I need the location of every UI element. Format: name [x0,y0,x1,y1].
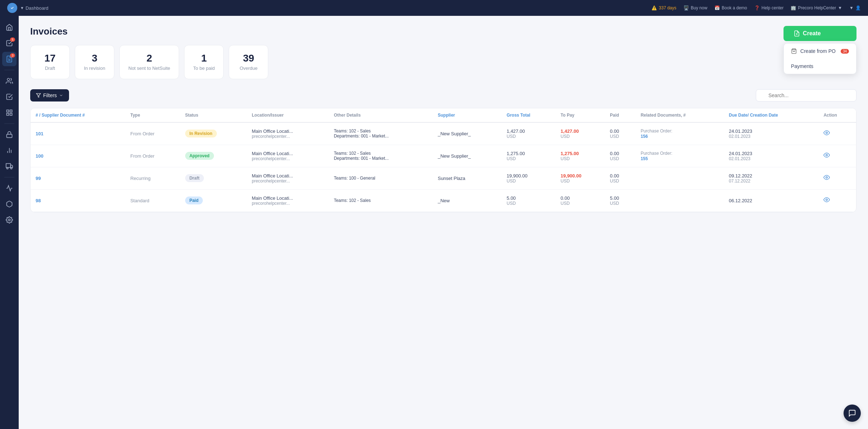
topay-amount-0: 1,427.00 [561,128,600,134]
cell-dates-3: 06.12.2022 [724,189,818,212]
breadcrumb-parent[interactable]: Dashboard [26,5,49,11]
invoice-link-2[interactable]: 99 [36,176,41,181]
paid-amount-0: 0.00 [610,128,630,134]
cell-status-3: Paid [180,189,247,212]
invoice-link-0[interactable]: 101 [36,131,44,136]
create-from-po-item[interactable]: Create from PO 34 [784,44,856,59]
book-demo-link[interactable]: 📅 Book a demo [714,5,747,10]
svg-rect-5 [10,110,12,112]
buy-now-label: Buy now [691,5,707,10]
invoice-link-3[interactable]: 98 [36,198,41,203]
search-wrapper: 🔍 [756,89,856,101]
sidebar-item-reports[interactable] [2,143,17,158]
col-paid-label: Paid [610,113,619,118]
alert-days-text: 337 days [659,5,676,10]
cell-dates-0: 24.01.2023 02.01.2023 [724,122,818,145]
sidebar-divider [4,70,14,70]
svg-point-15 [10,167,12,169]
col-duedate-label: Due Date/ Creation Date [729,113,778,118]
paid-currency-2: USD [610,179,630,184]
cell-topay-2: 19,900.00 USD [556,167,605,189]
sidebar-item-receiving[interactable] [2,159,17,173]
chat-icon [848,409,856,417]
help-icon: ❓ [754,5,760,10]
col-type-label: Type [130,113,140,118]
chevron-icon: ▼ [20,6,24,10]
svg-rect-6 [10,113,12,116]
buy-now-link[interactable]: 🖥️ Buy now [684,5,707,10]
cell-supplier-1: _New Supplier_ [433,145,502,167]
stat-card-netsuite[interactable]: 2 Not sent to NetSuite [119,45,179,79]
view-button-1[interactable] [823,153,830,159]
sidebar-item-orders[interactable]: 5 [2,36,17,50]
stat-card-overdue[interactable]: 39 Overdue [229,45,268,79]
cell-id-1: 100 [31,145,125,167]
alert-days[interactable]: ⚠️ 337 days [652,5,676,10]
help-center-label: Help center [762,5,784,10]
stat-number-netsuite: 2 [128,53,170,64]
sidebar-item-lock[interactable] [2,127,17,142]
sidebar: 5 3 [0,16,19,429]
related-doc-link-0[interactable]: 156 [641,134,648,139]
cell-other-2: Teams: 100 - General [329,167,433,189]
gross-currency-1: USD [507,156,551,161]
search-input[interactable] [756,89,856,101]
stat-label-tobepaid: To be paid [193,66,215,72]
company-icon: 🏢 [791,5,796,10]
create-button[interactable]: Create [784,26,856,41]
stat-card-tobepaid[interactable]: 1 To be paid [184,45,224,79]
location-issuer-2: precorohelpcenter... [252,179,324,184]
related-doc-link-1[interactable]: 155 [641,156,648,161]
col-topay-label: To Pay [561,113,574,118]
filters-button[interactable]: Filters [30,89,69,101]
status-badge-2: Draft [185,174,204,182]
breadcrumb[interactable]: ▼ Dashboard [20,5,49,11]
related-doc-label-0: Purchase Order: [641,128,719,134]
stat-card-draft[interactable]: 17 Draft [30,45,70,79]
due-date-2: 09.12.2022 [729,173,813,179]
sidebar-item-analytics[interactable] [2,181,17,195]
user-menu[interactable]: 🏢 Precoro HelpCenter ▼ [791,5,842,10]
sidebar-item-warehouse[interactable] [2,197,17,211]
help-center-link[interactable]: ❓ Help center [754,5,784,10]
svg-point-21 [826,132,828,134]
sidebar-item-settings[interactable] [2,213,17,227]
svg-rect-8 [7,134,12,137]
view-button-3[interactable] [823,198,830,204]
paid-currency-0: USD [610,134,630,139]
stat-card-revision[interactable]: 3 In revision [75,45,114,79]
col-header-id: # / Supplier Document # [31,108,125,122]
view-button-2[interactable] [823,176,830,182]
svg-marker-13 [10,165,13,168]
creation-date-2: 07.12.2022 [729,179,813,184]
topay-amount-1: 1,275.00 [561,151,600,156]
view-button-0[interactable] [823,131,830,137]
stat-number-overdue: 39 [238,53,259,64]
cell-topay-0: 1,427.00 USD [556,122,605,145]
paid-amount-2: 0.00 [610,173,630,179]
nav-right: ⚠️ 337 days 🖥️ Buy now 📅 Book a demo ❓ H… [652,5,861,10]
paid-currency-1: USD [610,156,630,161]
status-badge-0: In Revision [185,130,217,137]
chat-bubble[interactable] [844,405,861,422]
other-team-2: Teams: 100 - General [334,176,428,181]
payments-item[interactable]: Payments [784,59,856,74]
stat-label-netsuite: Not sent to NetSuite [128,66,170,72]
cell-location-3: Main Office Locati... precorohelpcenter.… [247,189,329,212]
sidebar-item-catalog[interactable] [2,105,17,120]
sidebar-item-approvals[interactable] [2,90,17,104]
invoice-link-1[interactable]: 100 [36,153,44,159]
nav-left: ▼ Dashboard [7,3,49,13]
due-date-3: 06.12.2022 [729,198,813,203]
user-profile[interactable]: ▼ 👤 [849,5,861,10]
sidebar-item-suppliers[interactable] [2,74,17,88]
cell-status-0: In Revision [180,122,247,145]
other-team-0: Teams: 102 - Sales [334,128,428,134]
cell-other-0: Teams: 102 - Sales Departments: 001 - Ma… [329,122,433,145]
sidebar-item-invoices[interactable]: 3 [2,52,17,66]
cell-supplier-3: _New [433,189,502,212]
cell-paid-0: 0.00 USD [605,122,635,145]
col-header-type: Type [125,108,180,122]
svg-point-16 [9,219,10,221]
sidebar-item-home[interactable] [2,20,17,35]
